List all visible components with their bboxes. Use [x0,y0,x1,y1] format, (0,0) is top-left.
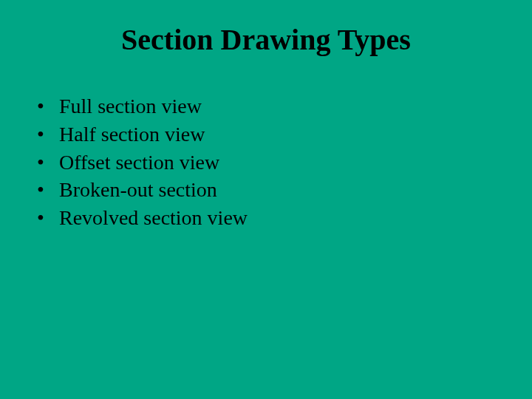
bullet-text: Offset section view [59,149,532,177]
list-item: • Full section view [37,92,532,120]
bullet-icon: • [37,149,59,177]
bullet-icon: • [37,120,59,149]
bullet-text: Full section view [59,92,532,120]
bullet-text: Broken-out section [59,176,532,204]
slide-container: Section Drawing Types • Full section vie… [0,0,532,399]
slide-title: Section Drawing Types [0,22,532,57]
bullet-icon: • [37,176,59,204]
bullet-text: Revolved section view [59,204,532,232]
list-item: • Offset section view [37,149,532,177]
bullet-icon: • [37,92,59,120]
list-item: • Half section view [37,120,532,149]
list-item: • Broken-out section [37,176,532,204]
bullet-text: Half section view [59,120,532,149]
bullet-icon: • [37,204,59,232]
list-item: • Revolved section view [37,204,532,232]
bullet-list: • Full section view • Half section view … [0,92,532,232]
